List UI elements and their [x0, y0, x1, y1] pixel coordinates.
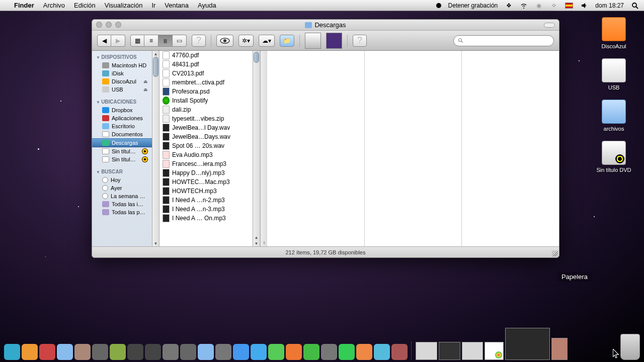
dock-app[interactable] — [198, 344, 214, 360]
file-row[interactable]: Eva Audio.mp3 — [159, 150, 260, 159]
dock-app[interactable] — [286, 344, 302, 360]
sidebar-item-search[interactable]: Hoy — [92, 176, 159, 184]
dock-minimized-window[interactable] — [505, 328, 550, 360]
dock-app[interactable] — [127, 344, 143, 360]
column-resize-handle[interactable]: ॥ — [260, 51, 267, 246]
dock-app[interactable] — [233, 344, 249, 360]
resize-grip[interactable] — [552, 250, 558, 256]
sidebar-item-place[interactable]: Documentos — [92, 130, 159, 138]
help-button-2[interactable]: ? — [353, 35, 367, 47]
dock-app[interactable] — [163, 344, 179, 360]
forward-button[interactable]: ▶ — [111, 35, 125, 47]
dock-app[interactable] — [180, 344, 196, 360]
sidebar-item-place[interactable]: Descargas — [92, 138, 159, 147]
file-row[interactable]: Happy D…nly).mp3 — [159, 168, 260, 177]
dock-minimized-window[interactable] — [551, 338, 568, 360]
menu-ventana[interactable]: Ventana — [165, 2, 189, 9]
dock-app[interactable] — [74, 344, 91, 360]
eject-icon[interactable]: ⏏ — [143, 87, 148, 92]
dock-minimized-window[interactable] — [416, 342, 437, 360]
sidebar-item-place[interactable]: Dropbox — [92, 106, 159, 114]
file-row[interactable]: JewelBea…l Day.wav — [159, 123, 260, 132]
sidebar-item-place[interactable]: Aplicaciones — [92, 114, 159, 122]
menu-visualizacion[interactable]: Visualización — [105, 2, 143, 9]
new-folder-button[interactable]: 📁 — [280, 35, 294, 47]
file-row[interactable]: typesetit…vibes.zip — [159, 114, 260, 123]
dock-app[interactable] — [110, 344, 126, 360]
sidebar-item-search[interactable]: Ayer — [92, 184, 159, 192]
file-row[interactable]: CV2013.pdf — [159, 69, 260, 78]
wifi-icon[interactable] — [520, 2, 528, 10]
menu-ayuda[interactable]: Ayuda — [198, 2, 216, 9]
toolbar-toggle[interactable] — [544, 23, 555, 28]
close-button[interactable] — [96, 22, 102, 28]
desktop-folder-archivos[interactable]: archivos — [594, 100, 634, 132]
eject-icon[interactable]: ⏏ — [143, 79, 148, 84]
menu-edicion[interactable]: Edición — [74, 2, 96, 9]
dock-minimized-window[interactable] — [462, 342, 484, 360]
dock-app[interactable] — [356, 344, 372, 360]
file-row[interactable]: I Need A …n-3.mp3 — [159, 205, 260, 214]
sidebar-header-places[interactable]: UBICACIONES — [92, 98, 159, 106]
app-shortcut-ae[interactable] — [326, 33, 342, 49]
dock-app[interactable] — [57, 344, 73, 360]
view-coverflow-button[interactable]: ▭ — [173, 35, 187, 47]
sidebar-item-device[interactable]: USB⏏ — [92, 85, 159, 94]
view-icons-button[interactable]: ▦ — [130, 35, 144, 47]
sidebar-scrollbar[interactable]: ▲▼ — [152, 51, 159, 246]
volume-icon[interactable] — [580, 2, 588, 10]
back-button[interactable]: ◀ — [97, 35, 111, 47]
sidebar-item-place[interactable]: Sin títul… — [92, 147, 159, 155]
file-row[interactable]: 47760.pdf — [159, 51, 260, 60]
zoom-button[interactable] — [115, 22, 121, 28]
dock-app[interactable] — [268, 344, 284, 360]
desktop-dvd[interactable]: Sin título DVD — [594, 141, 634, 173]
sidebar-item-device[interactable]: iDisk — [92, 69, 159, 77]
app-shortcut-1[interactable] — [305, 33, 321, 49]
sidebar-item-search[interactable]: La semana … — [92, 192, 159, 200]
stop-recording-menu[interactable]: Detener grabación — [448, 2, 498, 9]
file-row[interactable]: 48431.pdf — [159, 60, 260, 69]
dock-app[interactable] — [215, 344, 231, 360]
file-row[interactable]: Spot 06 … 20s.wav — [159, 141, 260, 150]
sidebar-item-search[interactable]: Todas las p… — [92, 208, 159, 216]
file-row[interactable]: Profesora.psd — [159, 87, 260, 96]
sidebar-header-search[interactable]: BUSCAR — [92, 167, 159, 176]
dock-app[interactable] — [303, 344, 319, 360]
desktop-volume-usb[interactable]: USB — [594, 58, 634, 90]
dropbox-menu[interactable]: ☁▾ — [259, 35, 275, 47]
sidebar-item-search[interactable]: Todas las i… — [92, 200, 159, 208]
file-row[interactable]: JewelBea…Days.wav — [159, 132, 260, 141]
search-field[interactable] — [453, 35, 554, 46]
spotlight-icon[interactable] — [631, 2, 639, 10]
column-scrollbar[interactable]: ▲▼ — [253, 51, 260, 246]
file-row[interactable]: I Need A … On.mp3 — [159, 214, 260, 223]
app-menu[interactable]: Finder — [14, 2, 34, 9]
file-row[interactable]: dali.zip — [159, 105, 260, 114]
file-row[interactable]: Install Spotify — [159, 96, 260, 105]
dock-app[interactable] — [92, 344, 108, 360]
dock-app[interactable] — [39, 344, 55, 360]
titlebar[interactable]: Descargas — [92, 20, 559, 31]
sidebar-item-device[interactable]: DiscoAzul⏏ — [92, 77, 159, 85]
minimize-button[interactable] — [106, 22, 112, 28]
dock-app[interactable] — [4, 344, 20, 360]
sidebar-header-devices[interactable]: DISPOSITIVOS — [92, 53, 159, 61]
desktop-volume-discoazul[interactable]: DiscoAzul — [594, 17, 634, 49]
trash[interactable] — [620, 334, 640, 360]
view-list-button[interactable]: ≡ — [144, 35, 158, 47]
menu-archivo[interactable]: Archivo — [43, 2, 65, 9]
sidebar-item-device[interactable]: Macintosh HD — [92, 61, 159, 69]
help-button[interactable]: ? — [192, 35, 206, 47]
search-input[interactable] — [464, 37, 549, 44]
mobileme-icon[interactable]: ◉ — [535, 2, 543, 10]
dock-app[interactable] — [391, 344, 408, 360]
dock-app[interactable] — [22, 344, 38, 360]
dock-app[interactable] — [145, 344, 161, 360]
action-menu[interactable]: ✲▾ — [238, 35, 254, 47]
dock-app[interactable] — [251, 344, 267, 360]
file-row[interactable]: membret…ctiva.pdf — [159, 78, 260, 87]
view-columns-button[interactable]: ⫼ — [158, 35, 173, 47]
clock[interactable]: dom 18:27 — [595, 2, 624, 9]
file-row[interactable]: Francesc…iera.mp3 — [159, 159, 260, 168]
